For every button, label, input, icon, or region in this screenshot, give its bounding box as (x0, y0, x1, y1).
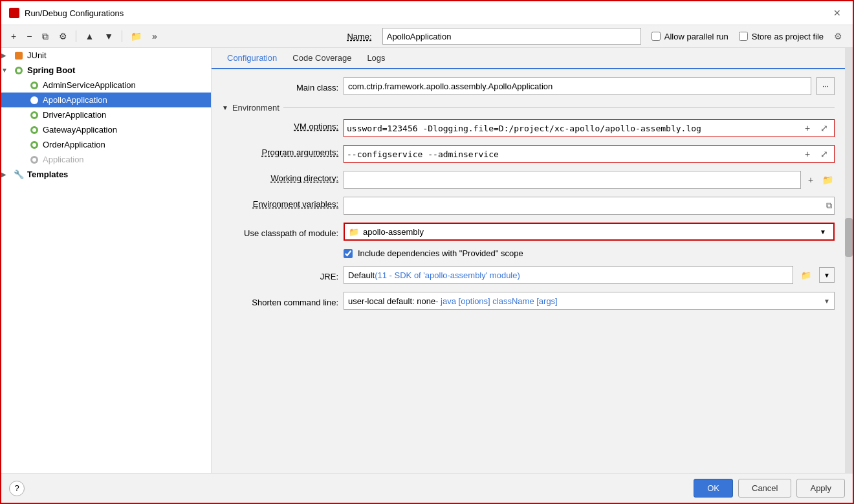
scrollbar[interactable] (845, 48, 853, 473)
use-classpath-label: Use classpath of module: (222, 226, 338, 238)
toolbar-separator-2 (122, 30, 122, 42)
program-args-input[interactable] (347, 149, 798, 159)
shorten-cmd-row: Shorten command line: user-local default… (222, 292, 835, 310)
env-vars-row: Environment variables: ⧉ (222, 197, 835, 215)
move-down-button[interactable]: ▼ (100, 28, 118, 44)
allow-parallel-run-text: Allow parallel run (664, 32, 728, 41)
springboot-icon (14, 66, 23, 75)
adminservice-label: AdminServiceApplication (43, 80, 136, 90)
tree-item-order[interactable]: OrderApplication (1, 137, 211, 152)
help-button[interactable]: ? (9, 481, 25, 496)
classpath-module-value: apollo-assembly (363, 227, 424, 237)
main-content: ▶ JUnit ▼ Spring Boot AdminServiceApp (1, 48, 853, 473)
vm-options-row: VM options: + ⤢ (222, 119, 835, 137)
more-button[interactable]: » (148, 28, 162, 44)
working-dir-input[interactable] (344, 171, 801, 189)
program-args-expand-icon[interactable]: ⤢ (817, 147, 831, 161)
include-deps-checkbox[interactable] (344, 249, 353, 258)
jre-browse-button[interactable]: 📁 (798, 267, 814, 283)
toolbar-separator (76, 30, 76, 42)
springboot-expand-icon: ▼ (1, 67, 10, 74)
cancel-button[interactable]: Cancel (738, 479, 791, 498)
title-bar: Run/Debug Configurations ✕ (1, 1, 853, 25)
junit-expand-icon: ▶ (1, 52, 10, 59)
left-panel: ▶ JUnit ▼ Spring Boot AdminServiceApp (1, 48, 212, 473)
config-panel: Main class: ··· ▼ Environment VM options… (212, 69, 845, 473)
env-section-toggle[interactable]: ▼ (222, 104, 228, 111)
vm-options-add-icon[interactable]: + (800, 121, 815, 135)
env-vars-input[interactable] (344, 197, 835, 215)
run-debug-dialog: Run/Debug Configurations ✕ + − ⧉ ⚙ ▲ ▼ 📁… (0, 0, 854, 504)
jre-default-text: Default (348, 270, 375, 280)
tree-item-driver[interactable]: DriverApplication (1, 107, 211, 122)
program-args-label: Program arguments: (222, 145, 338, 157)
tree-item-apollo[interactable]: ApolloApplication (1, 93, 211, 107)
settings-button[interactable]: ⚙ (54, 28, 72, 44)
shorten-dropdown-icon[interactable]: ▼ (824, 298, 830, 305)
module-folder-icon: 📁 (349, 227, 359, 237)
ok-button[interactable]: OK (694, 479, 733, 498)
tree-item-junit[interactable]: ▶ JUnit (1, 48, 211, 63)
tab-logs[interactable]: Logs (359, 48, 393, 69)
use-classpath-row: Use classpath of module: 📁 apollo-assemb… (222, 223, 835, 241)
main-class-row: Main class: ··· (222, 77, 835, 95)
tree-item-adminservice[interactable]: AdminServiceApplication (1, 78, 211, 93)
junit-icon (14, 51, 23, 60)
right-panel: Configuration Code Coverage Logs Main cl… (212, 48, 845, 473)
jre-dropdown-button[interactable]: ▼ (819, 267, 835, 283)
templates-icon: 🔧 (14, 170, 23, 179)
env-vars-copy-icon[interactable]: ⧉ (826, 201, 832, 211)
shorten-cmd-label: Shorten command line: (222, 295, 338, 307)
name-input[interactable] (382, 28, 641, 45)
templates-expand-icon: ▶ (1, 171, 10, 178)
jre-row: JRE: Default (11 - SDK of 'apollo-assemb… (222, 266, 835, 284)
driver-label: DriverApplication (43, 110, 106, 120)
gateway-icon (30, 126, 39, 135)
store-as-project-file-checkbox[interactable] (739, 32, 748, 41)
program-args-row: Program arguments: + ⤢ (222, 145, 835, 163)
environment-label: Environment (232, 103, 279, 113)
vm-options-label: VM options: (222, 119, 338, 131)
toolbar: + − ⧉ ⚙ ▲ ▼ 📁 » Name: Allow parallel run… (1, 25, 853, 48)
include-deps-label: Include dependencies with "Provided" sco… (358, 248, 523, 258)
environment-section-header: ▼ Environment (222, 103, 835, 113)
apollo-icon (30, 96, 39, 105)
templates-label: Templates (27, 170, 68, 179)
tab-codecoverage[interactable]: Code Coverage (285, 48, 359, 69)
main-class-label: Main class: (222, 80, 338, 93)
program-args-add-icon[interactable]: + (800, 147, 815, 161)
bottom-bar: ? OK Cancel Apply (1, 473, 853, 503)
store-as-project-file-label: Store as project file (739, 32, 824, 41)
springboot-label: Spring Boot (27, 65, 75, 75)
vm-options-expand-icon[interactable]: ⤢ (817, 121, 831, 135)
title-bar-left: Run/Debug Configurations (9, 8, 124, 18)
tree-item-application[interactable]: Application (1, 152, 211, 167)
tree-item-gateway[interactable]: GatewayApplication (1, 122, 211, 137)
section-divider (283, 107, 835, 108)
tab-configuration[interactable]: Configuration (219, 48, 285, 69)
order-label: OrderApplication (43, 140, 105, 149)
remove-button[interactable]: − (22, 28, 36, 44)
close-button[interactable]: ✕ (829, 6, 845, 19)
working-dir-row: Working directory: + 📁 (222, 171, 835, 189)
main-class-browse-button[interactable]: ··· (816, 77, 835, 95)
main-class-input[interactable] (344, 77, 811, 95)
move-up-button[interactable]: ▲ (80, 28, 98, 44)
gear-icon[interactable]: ⚙ (834, 31, 842, 41)
tree-item-templates[interactable]: ▶ 🔧 Templates (1, 167, 211, 182)
allow-parallel-run-checkbox[interactable] (651, 32, 661, 41)
name-label: Name: (347, 32, 371, 41)
vm-options-input[interactable] (347, 124, 798, 133)
adminservice-icon (30, 81, 39, 90)
tree-item-springboot[interactable]: ▼ Spring Boot (1, 63, 211, 78)
env-vars-label: Environment variables: (222, 197, 338, 209)
add-button[interactable]: + (6, 28, 21, 44)
application-label: Application (43, 155, 84, 164)
working-dir-add-icon[interactable]: + (804, 173, 818, 187)
classpath-dropdown-button[interactable]: ▼ (816, 225, 829, 238)
apply-button[interactable]: Apply (796, 479, 845, 498)
copy-button[interactable]: ⧉ (38, 28, 53, 45)
jre-hint-text: (11 - SDK of 'apollo-assembly' module) (375, 270, 520, 280)
folder-button[interactable]: 📁 (126, 28, 146, 44)
working-dir-folder-icon[interactable]: 📁 (820, 173, 835, 187)
